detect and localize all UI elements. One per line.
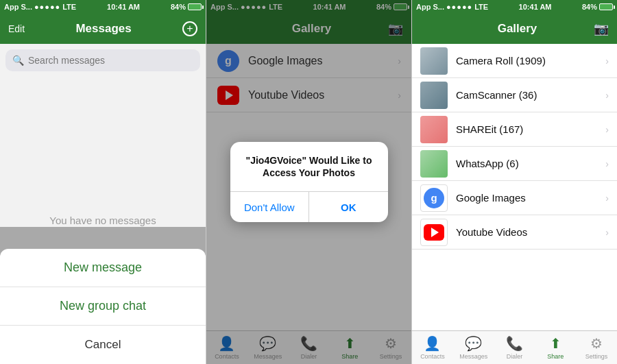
battery-icon-p1: [188, 3, 202, 10]
carrier-p3: LTE: [474, 3, 488, 11]
camscanner-thumb: [420, 82, 448, 109]
status-bar-p3: App S... ●●●●● LTE 10:41 AM 84%: [412, 0, 617, 14]
gallery-youtube-p3[interactable]: Youtube Videos ›: [412, 215, 617, 250]
time-p3: 10:41 AM: [519, 3, 552, 11]
gallery-whatsapp[interactable]: WhatsApp (6) ›: [412, 147, 617, 181]
chevron-youtube-p3: ›: [605, 227, 609, 238]
settings-icon-p3: ⚙: [590, 335, 603, 352]
settings-label-p3: Settings: [585, 353, 608, 360]
messages-panel: App S... ●●●●● LTE 10:41 AM 84% Edit Mes…: [0, 0, 206, 364]
chevron-camera: ›: [605, 56, 609, 66]
camera-icon-p3[interactable]: 📷: [594, 21, 609, 36]
search-icon: 🔍: [12, 55, 24, 66]
chevron-whatsapp: ›: [605, 158, 609, 169]
share-icon-p3: ⬆: [550, 335, 561, 352]
google-thumb-p3: g: [420, 184, 448, 212]
signal-p1: ●●●●●: [34, 3, 60, 11]
dialog-buttons: Don't Allow OK: [230, 191, 388, 222]
dialog-content: "Jio4GVoice" Would Like to Access Your P…: [230, 142, 388, 191]
dialer-icon-p3: 📞: [506, 335, 523, 352]
signal-p3: ●●●●●: [446, 3, 472, 11]
messages-icon-p3: 💬: [465, 335, 482, 352]
chevron-camscanner: ›: [605, 90, 609, 101]
permission-dialog: "Jio4GVoice" Would Like to Access Your P…: [230, 142, 388, 222]
youtube-thumb-p3: [420, 219, 448, 246]
battery-icon-p3: [599, 3, 613, 10]
gallery-shareit[interactable]: SHAREit (167) ›: [412, 112, 617, 147]
new-message-icon[interactable]: +: [182, 21, 197, 36]
gallery-camscanner[interactable]: CamScanner (36) ›: [412, 78, 617, 112]
tab-contacts-p3[interactable]: 👤 Contacts: [412, 335, 453, 360]
tab-messages-p3[interactable]: 💬 Messages: [453, 335, 494, 360]
action-sheet: New message New group chat Cancel: [0, 249, 206, 364]
battery-pct-p3: 84%: [582, 3, 597, 11]
app-name-p1: App S...: [4, 3, 32, 11]
contacts-icon-p3: 👤: [424, 335, 441, 352]
camera-roll-label: Camera Roll (1909): [456, 55, 605, 66]
gallery-camera-roll[interactable]: Camera Roll (1909) ›: [412, 44, 617, 78]
camscanner-label: CamScanner (36): [456, 89, 605, 101]
status-bar-p1: App S... ●●●●● LTE 10:41 AM 84%: [0, 0, 206, 14]
cancel-button[interactable]: Cancel: [0, 326, 206, 364]
search-input[interactable]: [28, 55, 193, 66]
whatsapp-thumb: [420, 150, 448, 178]
contacts-label-p3: Contacts: [420, 353, 445, 360]
google-g-p3: g: [431, 192, 437, 204]
gallery-title-p3: Gallery: [498, 22, 537, 36]
dialog-overlay: "Jio4GVoice" Would Like to Access Your P…: [206, 0, 411, 364]
google-label-p3: Google Images: [456, 192, 605, 204]
gallery-full-panel: App S... ●●●●● LTE 10:41 AM 84% Gallery …: [411, 0, 617, 364]
messages-title: Messages: [75, 22, 131, 36]
app-name-p3: App S...: [416, 3, 444, 11]
edit-button[interactable]: Edit: [8, 23, 25, 34]
tab-bar-p3: 👤 Contacts 💬 Messages 📞 Dialer ⬆ Share ⚙…: [412, 330, 617, 364]
search-bar[interactable]: 🔍: [5, 49, 200, 71]
youtube-play-p3: [431, 228, 439, 237]
tab-share-p3[interactable]: ⬆ Share: [535, 335, 576, 360]
camera-roll-thumb: [420, 47, 448, 75]
time-p1: 10:41 AM: [107, 3, 140, 11]
shareit-thumb: [420, 116, 448, 143]
chevron-google-p3: ›: [605, 193, 609, 204]
dialer-label-p3: Dialer: [507, 353, 523, 360]
new-group-chat-button[interactable]: New group chat: [0, 287, 206, 326]
dialog-title: "Jio4GVoice" Would Like to Access Your P…: [241, 154, 377, 179]
whatsapp-label: WhatsApp (6): [456, 158, 605, 169]
gallery-list-p3: Camera Roll (1909) › CamScanner (36) › S…: [412, 44, 617, 330]
carrier-p1: LTE: [62, 3, 76, 11]
gallery-google-p3[interactable]: g Google Images ›: [412, 181, 617, 215]
messages-label-p3: Messages: [459, 353, 487, 360]
share-label-p3: Share: [547, 353, 564, 360]
action-sheet-overlay: New message New group chat Cancel: [0, 227, 206, 364]
gallery-nav-bar-p3: Gallery 📷: [412, 14, 617, 44]
tab-dialer-p3[interactable]: 📞 Dialer: [494, 335, 535, 360]
new-message-button[interactable]: New message: [0, 249, 206, 287]
youtube-label-p3: Youtube Videos: [456, 226, 605, 238]
tab-settings-p3[interactable]: ⚙ Settings: [576, 335, 617, 360]
dont-allow-button[interactable]: Don't Allow: [230, 192, 310, 222]
ok-button[interactable]: OK: [309, 192, 388, 222]
battery-pct-p1: 84%: [171, 3, 186, 11]
gallery-panel: App S... ●●●●● LTE 10:41 AM 84% Gallery …: [206, 0, 411, 364]
shareit-label: SHAREit (167): [456, 123, 605, 135]
messages-nav-bar: Edit Messages +: [0, 14, 206, 44]
chevron-shareit: ›: [605, 124, 609, 135]
